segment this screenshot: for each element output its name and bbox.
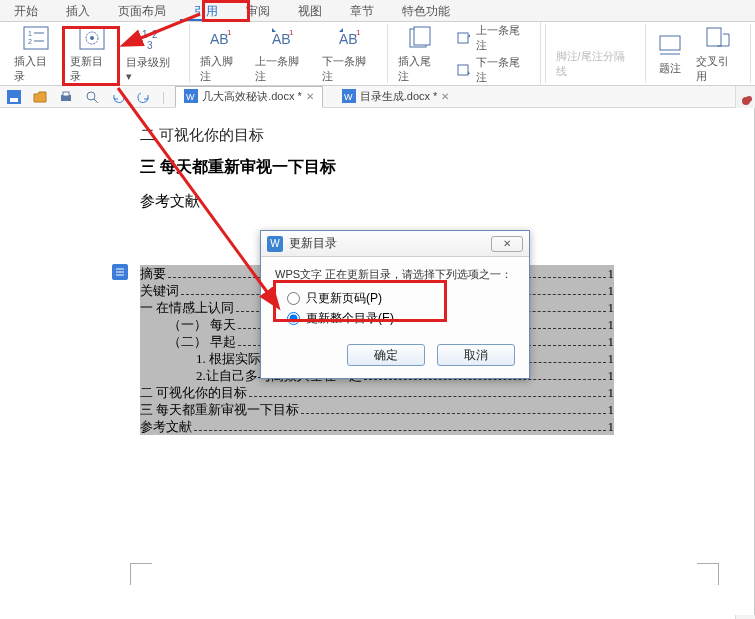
toc-icon: 12 (22, 24, 50, 52)
svg-text:AB: AB (272, 31, 291, 47)
dialog-message: WPS文字 正在更新目录，请选择下列选项之一： (275, 267, 515, 282)
close-tab-icon[interactable]: ✕ (441, 91, 449, 102)
toc-page: 1 (608, 334, 615, 350)
doc-heading: 二 可视化你的目标 (140, 126, 614, 145)
dialog-close-button[interactable]: ✕ (491, 236, 523, 252)
toc-text: （一） 每天 (168, 316, 236, 334)
prev-footnote-icon: AB1 (269, 24, 297, 52)
svg-text:AB: AB (339, 31, 358, 47)
toc-page: 1 (608, 402, 615, 418)
cancel-button[interactable]: 取消 (437, 344, 515, 366)
menu-tab-review[interactable]: 审阅 (232, 0, 284, 21)
update-toc-button[interactable]: 更新目录 (64, 22, 120, 86)
page-corner (130, 563, 152, 585)
svg-rect-20 (458, 65, 468, 75)
preview-icon[interactable] (84, 89, 100, 105)
toc-marker-icon[interactable] (112, 264, 128, 280)
dialog-titlebar[interactable]: W 更新目录 ✕ (261, 231, 529, 257)
svg-text:1: 1 (142, 29, 148, 40)
menu-tab-layout[interactable]: 页面布局 (104, 0, 180, 21)
separator-icon (581, 19, 609, 47)
next-footnote-button[interactable]: AB1 下一条脚注 (316, 22, 383, 86)
menu-tab-chapter[interactable]: 章节 (336, 0, 388, 21)
svg-text:AB: AB (210, 31, 229, 47)
ribbon: 12 插入目录 更新目录 123 目录级别 ▾ AB1 插入脚注 AB1 上一条… (0, 22, 755, 86)
toc-page: 1 (608, 351, 615, 367)
svg-text:1: 1 (356, 28, 361, 37)
next-footnote-icon: AB1 (336, 24, 364, 52)
page-corner (697, 563, 719, 585)
toc-page: 1 (608, 283, 615, 299)
toc-page: 1 (608, 385, 615, 401)
document-tab-1[interactable]: W 几大高效秘诀.docx * ✕ (175, 86, 323, 108)
toc-text: 一 在情感上认同 (140, 299, 234, 317)
svg-rect-18 (414, 27, 430, 45)
quick-toolbar: | W 几大高效秘诀.docx * ✕ W 目录生成.docx * ✕ (0, 86, 755, 108)
svg-text:1: 1 (289, 28, 294, 37)
toc-row[interactable]: 参考文献1 (140, 418, 614, 435)
redo-icon[interactable] (136, 89, 152, 105)
close-tab-icon[interactable]: ✕ (306, 91, 314, 102)
svg-line-29 (94, 99, 98, 103)
undo-icon[interactable] (110, 89, 126, 105)
print-icon[interactable] (58, 89, 74, 105)
next-endnote-icon (457, 63, 473, 77)
svg-text:W: W (186, 92, 195, 102)
doc-heading: 参考文献 (140, 192, 614, 211)
radio-update-all[interactable] (287, 312, 300, 325)
toc-leader (194, 430, 606, 431)
level-icon: 123 (138, 25, 166, 53)
wps-icon: W (267, 236, 283, 252)
separator-button[interactable]: 脚注/尾注分隔线 (550, 17, 642, 81)
menu-tab-start[interactable]: 开始 (0, 0, 52, 21)
refresh-icon (78, 24, 106, 52)
insert-toc-button[interactable]: 12 插入目录 (8, 22, 64, 86)
cloud-icon[interactable] (739, 92, 753, 106)
menu-tab-reference[interactable]: 引用 (180, 0, 232, 21)
menu-tab-special[interactable]: 特色功能 (388, 0, 464, 21)
toc-text: 关键词 (140, 282, 179, 300)
svg-rect-19 (458, 33, 468, 43)
caption-button[interactable]: 题注 (650, 29, 690, 78)
svg-rect-27 (63, 92, 69, 96)
crossref-button[interactable]: 交叉引用 (690, 22, 746, 86)
crossref-icon (704, 24, 732, 52)
svg-text:2: 2 (152, 29, 158, 40)
svg-text:W: W (344, 92, 353, 102)
doc-heading: 三 每天都重新审视一下目标 (140, 157, 614, 178)
toc-row[interactable]: 三 每天都重新审视一下目标1 (140, 401, 614, 418)
svg-rect-23 (707, 28, 721, 46)
update-toc-dialog: W 更新目录 ✕ WPS文字 正在更新目录，请选择下列选项之一： 只更新页码(P… (260, 230, 530, 379)
document-tab-2[interactable]: W 目录生成.docx * ✕ (333, 86, 459, 108)
option-update-pages[interactable]: 只更新页码(P) (287, 290, 515, 307)
svg-text:3: 3 (147, 40, 153, 51)
word-doc-icon: W (184, 89, 198, 105)
endnote-icon (406, 24, 434, 52)
toc-leader (301, 413, 605, 414)
svg-text:1: 1 (28, 30, 32, 37)
svg-point-35 (746, 96, 752, 102)
dialog-title: 更新目录 (289, 235, 491, 252)
open-icon[interactable] (32, 89, 48, 105)
insert-footnote-button[interactable]: AB1 插入脚注 (194, 22, 250, 86)
toc-row[interactable]: 二 可视化你的目标1 (140, 384, 614, 401)
toc-page: 1 (608, 300, 615, 316)
toc-level-button[interactable]: 123 目录级别 ▾ (120, 23, 185, 85)
svg-point-28 (87, 92, 95, 100)
footnote-icon: AB1 (207, 24, 235, 52)
prev-footnote-button[interactable]: AB1 上一条脚注 (249, 22, 316, 86)
toc-text: 二 可视化你的目标 (140, 384, 247, 402)
menu-tab-view[interactable]: 视图 (284, 0, 336, 21)
insert-endnote-button[interactable]: 插入尾注 (392, 22, 448, 86)
next-endnote-button[interactable]: 下一条尾注 (454, 54, 534, 86)
radio-update-pages[interactable] (287, 292, 300, 305)
menu-tab-insert[interactable]: 插入 (52, 0, 104, 21)
toc-text: 三 每天都重新审视一下目标 (140, 401, 299, 419)
prev-endnote-button[interactable]: 上一条尾注 (454, 22, 534, 54)
prev-endnote-icon (457, 31, 473, 45)
toc-leader (364, 379, 606, 380)
ok-button[interactable]: 确定 (347, 344, 425, 366)
option-update-all[interactable]: 更新整个目录(E) (287, 310, 515, 327)
svg-point-7 (90, 36, 94, 40)
save-icon[interactable] (6, 89, 22, 105)
